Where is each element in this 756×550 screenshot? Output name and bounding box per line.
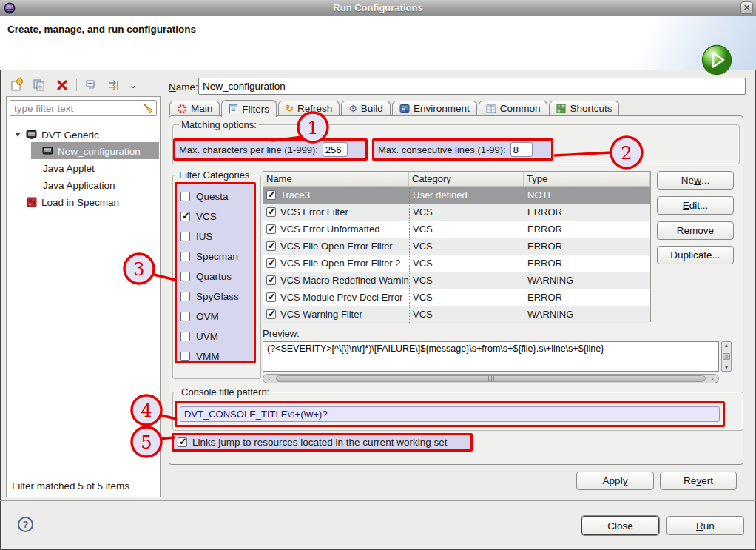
tree-item-load-in-specman[interactable]: Load in Specman bbox=[27, 194, 119, 210]
max-chars-option: Max. characters per line (1-999): bbox=[175, 141, 365, 158]
console-title-pattern-input[interactable] bbox=[180, 406, 720, 422]
row-checkbox[interactable] bbox=[266, 275, 276, 285]
tree-item-new-configuration[interactable]: New_configuration bbox=[42, 143, 141, 159]
checkbox[interactable] bbox=[180, 212, 190, 221]
row-checkbox[interactable] bbox=[266, 224, 276, 234]
scrollbar-thumb[interactable] bbox=[276, 375, 706, 382]
scroll-right-icon[interactable]: › bbox=[706, 375, 718, 383]
run-banner-icon bbox=[701, 44, 732, 76]
tab-filters[interactable]: Filters bbox=[221, 100, 277, 117]
revert-button[interactable]: Revert bbox=[660, 472, 737, 490]
tree-item-java-applet[interactable]: Java Applet bbox=[43, 160, 95, 176]
row-checkbox[interactable] bbox=[266, 258, 276, 268]
max-chars-label: Max. characters per line (1-999): bbox=[179, 144, 318, 155]
launch-config-tree-panel: DVT Generic New_configuration Java Apple… bbox=[6, 96, 161, 497]
window-title: Run Configurations bbox=[0, 2, 756, 13]
checkbox[interactable] bbox=[180, 232, 190, 241]
category-questa[interactable]: Questa bbox=[177, 187, 254, 207]
new-filter-button[interactable]: New... bbox=[657, 171, 734, 190]
new-launch-config-button[interactable] bbox=[7, 77, 25, 93]
column-name[interactable]: Name bbox=[263, 172, 409, 186]
filter-launch-config-button[interactable] bbox=[105, 77, 123, 93]
category-specman[interactable]: Specman bbox=[177, 247, 254, 266]
category-vcs[interactable]: VCS bbox=[177, 207, 254, 227]
table-row[interactable]: VCS Module Prev Decl Error VCS ERROR bbox=[263, 289, 650, 306]
table-row[interactable]: VCS Error Filter VCS ERROR bbox=[263, 204, 650, 221]
shortcuts-tab-icon bbox=[556, 104, 566, 113]
scroll-up-icon[interactable]: ▲ bbox=[724, 343, 729, 348]
tree-filter-input[interactable] bbox=[10, 100, 157, 116]
collapse-all-button[interactable] bbox=[82, 77, 100, 93]
checkbox[interactable] bbox=[180, 312, 190, 321]
checkbox[interactable] bbox=[180, 192, 190, 201]
filter-categories-list: Questa VCS IUS Specman Quartus SpyGlass … bbox=[177, 184, 254, 361]
table-row[interactable]: Trace3 User defined NOTE bbox=[263, 187, 650, 204]
tab-common[interactable]: Common bbox=[479, 101, 548, 115]
row-checkbox[interactable] bbox=[266, 292, 276, 302]
category-spyglass[interactable]: SpyGlass bbox=[177, 286, 254, 306]
table-row[interactable]: VCS File Open Error Filter 2 VCS ERROR bbox=[263, 255, 650, 272]
checkbox[interactable] bbox=[180, 272, 190, 281]
name-input[interactable] bbox=[198, 78, 746, 95]
tab-environment[interactable]: Environment bbox=[392, 101, 477, 115]
table-row[interactable]: VCS Warning Filter VCS WARNING bbox=[263, 306, 650, 323]
row-checkbox[interactable] bbox=[266, 241, 276, 251]
tree-expand-icon[interactable] bbox=[14, 132, 21, 138]
environment-tab-icon bbox=[399, 104, 410, 113]
new-config-icon bbox=[10, 78, 23, 92]
links-jump-label: Links jump to resources located in the c… bbox=[192, 437, 447, 448]
launch-toolbar: ⌄ bbox=[7, 76, 159, 94]
table-row[interactable]: VCS Error Unformatted VCS ERROR bbox=[263, 221, 650, 238]
edit-filter-button[interactable]: Edit... bbox=[657, 196, 734, 215]
scroll-down-icon[interactable]: ▼ bbox=[724, 365, 729, 370]
tab-shortcuts[interactable]: Shortcuts bbox=[549, 101, 619, 115]
tree-item-label: Java Application bbox=[43, 180, 115, 191]
tab-bar: Main Filters ↻ Refresh ⚙ Build Environme… bbox=[169, 100, 621, 117]
category-uvm[interactable]: UVM bbox=[177, 326, 254, 346]
row-checkbox[interactable] bbox=[266, 309, 276, 319]
toolbar-menu-button[interactable]: ⌄ bbox=[128, 77, 138, 93]
checkbox[interactable] bbox=[180, 292, 190, 301]
checkbox[interactable] bbox=[180, 352, 190, 361]
max-lines-input[interactable] bbox=[510, 142, 533, 157]
category-quartus[interactable]: Quartus bbox=[177, 266, 254, 286]
links-jump-option[interactable]: Links jump to resources located in the c… bbox=[174, 435, 470, 449]
remove-filter-button[interactable]: Remove bbox=[657, 221, 734, 240]
max-chars-input[interactable] bbox=[323, 142, 348, 157]
close-button[interactable]: Close bbox=[581, 516, 659, 535]
apply-button[interactable]: Apply bbox=[576, 472, 654, 490]
category-vmm[interactable]: VMM bbox=[177, 346, 254, 366]
category-ius[interactable]: IUS bbox=[177, 227, 254, 247]
tab-main[interactable]: Main bbox=[169, 101, 220, 115]
tree-item-java-application[interactable]: Java Application bbox=[43, 177, 115, 193]
table-row[interactable]: VCS File Open Error Filter VCS ERROR bbox=[263, 238, 650, 255]
main-tab-icon bbox=[177, 104, 187, 114]
checkbox[interactable] bbox=[180, 332, 190, 341]
build-tab-icon: ⚙ bbox=[348, 103, 357, 114]
category-ovm[interactable]: OVM bbox=[177, 306, 254, 326]
window-close-button[interactable]: ✕ bbox=[740, 1, 753, 14]
scrollbar-thumb[interactable]: ≡ bbox=[723, 353, 730, 360]
duplicate-launch-config-button[interactable] bbox=[30, 77, 48, 93]
scroll-left-icon[interactable]: ‹ bbox=[263, 375, 275, 383]
tab-refresh[interactable]: ↻ Refresh bbox=[278, 101, 340, 115]
column-category[interactable]: Category bbox=[409, 172, 524, 186]
filter-categories-legend: Filter Categories bbox=[177, 170, 252, 181]
clear-filter-broom-icon[interactable] bbox=[142, 102, 154, 114]
preview-text[interactable]: (?<SEVERITY>[^\[\]\n\r]*)\[FAILURE\]${me… bbox=[263, 341, 719, 372]
column-type[interactable]: Type bbox=[524, 172, 650, 186]
tree-item-label: DVT Generic bbox=[41, 130, 99, 141]
table-row[interactable]: VCS Macro Redefined Warning VCS WARNING bbox=[263, 272, 650, 289]
duplicate-filter-button[interactable]: Duplicate... bbox=[657, 246, 734, 264]
tab-build[interactable]: ⚙ Build bbox=[341, 101, 391, 115]
tree-item-dvt-generic[interactable]: DVT Generic bbox=[14, 127, 99, 143]
preview-vertical-scrollbar[interactable]: ▲ ≡ ▼ bbox=[721, 341, 732, 372]
preview-horizontal-scrollbar[interactable]: ‹ › bbox=[263, 374, 719, 383]
checkbox[interactable] bbox=[180, 252, 190, 261]
row-checkbox[interactable] bbox=[266, 207, 276, 217]
run-button[interactable]: Run bbox=[666, 516, 744, 535]
row-checkbox[interactable] bbox=[266, 190, 276, 200]
help-button[interactable]: ? bbox=[18, 517, 33, 532]
delete-launch-config-button[interactable] bbox=[53, 77, 71, 93]
links-jump-checkbox[interactable] bbox=[178, 437, 187, 447]
